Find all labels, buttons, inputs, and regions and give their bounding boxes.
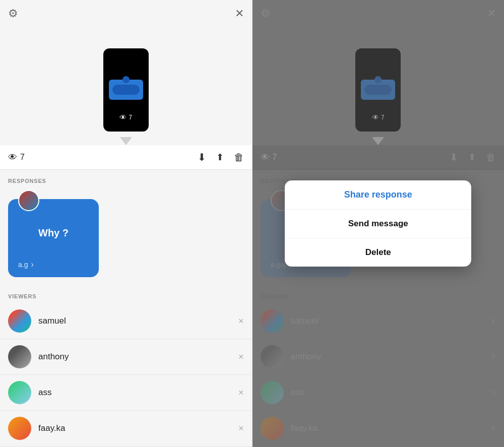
phone-screen-left [109,80,143,100]
response-card-footer: a.g › [18,260,34,269]
viewers-list-left: samuel × anthony × ass × faay.ka × [0,303,252,447]
settings-icon[interactable]: ⚙ [8,7,18,20]
download-icon-left[interactable]: ⬇ [198,151,206,163]
response-card-question: Why ? [38,227,69,239]
left-view-count: 👁 7 [8,152,198,163]
viewer-avatar-ass-left [8,381,31,404]
viewer-remove-samuel-left[interactable]: × [238,316,244,327]
share-icon-left[interactable]: ⬆ [216,152,224,163]
viewer-item-samuel-left[interactable]: samuel × [0,303,252,339]
left-top-bar: ⚙ ✕ [0,0,252,24]
left-toolbar-icons: ⬇ ⬆ 🗑 [198,151,244,163]
phone-mockup-left: 👁 7 [103,48,149,132]
eye-icon-left: 👁 [8,152,17,163]
modal-overlay[interactable]: Share response Send message Delete [253,0,505,447]
send-message-button[interactable]: Send message [285,210,471,238]
triangle-pointer-left [120,137,132,145]
viewer-name-faay-left: faay.ka [38,423,238,433]
responses-label-left: RESPONSES [0,170,252,188]
response-card-left[interactable]: Why ? a.g › [8,199,99,277]
viewer-item-ass-left[interactable]: ass × [0,375,252,411]
response-card-arrow: › [31,260,33,269]
delete-icon-left[interactable]: 🗑 [234,152,244,163]
viewer-item-anthony-left[interactable]: anthony × [0,339,252,375]
viewer-name-anthony-left: anthony [38,352,238,362]
viewer-remove-anthony-left[interactable]: × [238,352,244,362]
response-card-username: a.g [18,261,28,269]
viewer-avatar-anthony-left [8,345,31,368]
viewer-avatar-faay-left [8,417,31,440]
phone-view-count-left: 👁 7 [103,113,149,121]
left-panel: ⚙ ✕ 👁 7 👁 7 ⬇ ⬆ 🗑 RESPONSES [0,0,252,447]
share-response-button[interactable]: Share response [285,180,471,210]
phone-eye-icon-left: 👁 [119,113,127,121]
viewer-remove-ass-left[interactable]: × [238,388,244,398]
response-card-avatar-left [18,190,39,211]
viewer-name-ass-left: ass [38,388,238,398]
left-toolbar: 👁 7 ⬇ ⬆ 🗑 [0,145,252,170]
viewer-avatar-samuel-left [8,309,31,333]
viewer-name-samuel-left: samuel [38,316,238,326]
right-panel: ⚙ ✕ 👁 7 👁 7 ⬇ ⬆ 🗑 RESPONSES [253,0,505,447]
viewer-item-faay-left[interactable]: faay.ka × [0,411,252,446]
delete-button[interactable]: Delete [285,238,471,267]
viewers-label-left: VIEWERS [0,285,252,303]
action-sheet: Share response Send message Delete [285,180,471,267]
left-preview-area: 👁 7 [0,24,252,145]
responses-section-left: Why ? a.g › [0,188,252,285]
viewer-remove-faay-left[interactable]: × [238,423,244,434]
close-icon[interactable]: ✕ [235,7,244,20]
